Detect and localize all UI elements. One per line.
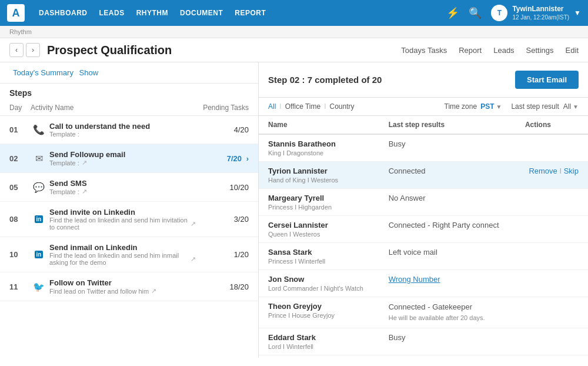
lead-actions-cell <box>516 243 588 270</box>
lead-actions-cell <box>516 216 588 243</box>
step-details: Send inmail on Linkedin Find the lead on… <box>47 243 196 266</box>
filter-right: Time zone PST ▼ Last step result All ▼ <box>445 102 579 111</box>
lead-name-cell: Eddard Stark Lord I Winterfell <box>259 328 379 355</box>
lead-actions-cell: Remove I Skip <box>516 162 588 189</box>
avatar: T <box>491 5 507 21</box>
table-row[interactable]: Theon Greyjoy Prince I House Greyjoy Con… <box>259 297 588 328</box>
lead-last-step-cell: Busy <box>379 134 516 162</box>
filter-bar: All I Office Time I Country Time zone PS… <box>259 98 588 116</box>
subnav-report[interactable]: Report <box>459 46 482 55</box>
prev-arrow-button[interactable]: ‹ <box>9 43 24 57</box>
nav-right: ⚡ 🔍 T TywinLannister 12 Jan, 12:20am(IST… <box>446 5 581 22</box>
last-step-value[interactable]: Wrong Number <box>389 275 440 284</box>
step-title: Step 02 : 7 completed of 20 <box>268 75 515 85</box>
search-icon[interactable]: 🔍 <box>469 6 482 19</box>
lead-name-cell: Stannis Baratheon King I Dragonstone <box>259 134 379 162</box>
step-day: 02 <box>9 154 31 163</box>
table-row[interactable]: Margeary Tyrell Princess I Highgarden No… <box>259 189 588 216</box>
action-link[interactable]: Remove <box>529 167 557 175</box>
table-row[interactable]: Cersei Lannister Queen I Westeros Connec… <box>259 216 588 243</box>
main-area: Today's Summary Show Steps Day Activity … <box>0 62 588 358</box>
step-template: Find the lead on linkedin and send him i… <box>49 217 196 231</box>
lightning-icon[interactable]: ⚡ <box>446 6 459 19</box>
lead-last-step-cell: Connected <box>379 162 516 189</box>
lead-name-cell: Margeary Tyrell Princess I Highgarden <box>259 189 379 216</box>
lead-name-cell: Tyrion Lannister Hand of King I Westeros <box>259 162 379 189</box>
lead-subtitle: Lord I Winterfell <box>268 343 370 350</box>
subnav-edit[interactable]: Edit <box>566 46 579 55</box>
timezone-filter[interactable]: Time zone PST ▼ <box>445 102 502 111</box>
summary-bar: Today's Summary Show <box>0 62 258 84</box>
step-type-icon: 🐦 <box>31 281 47 292</box>
step-type-icon: ✉ <box>31 153 47 164</box>
lead-subtitle: King I Dragonstone <box>268 149 370 157</box>
summary-toggle[interactable]: Show <box>79 68 99 77</box>
last-step-label: Last step result <box>511 102 559 111</box>
user-menu[interactable]: T TywinLannister 12 Jan, 12:20am(IST) ▼ <box>491 5 581 22</box>
app-logo[interactable]: A <box>7 4 25 22</box>
next-arrow-button[interactable]: › <box>26 43 40 57</box>
steps-table-header: Day Activity Name Pending Tasks <box>0 100 258 116</box>
table-row[interactable]: Eddard Stark Lord I Winterfell Busy <box>259 328 588 355</box>
step-row[interactable]: 02 ✉ Send Followup email Template : ↗ 7/… <box>0 144 258 173</box>
last-step-value: Left voice mail <box>389 248 437 257</box>
last-step-value: No Answer <box>389 194 426 202</box>
filter-all[interactable]: All <box>268 102 276 111</box>
lead-actions-cell <box>516 270 588 297</box>
right-panel: Step 02 : 7 completed of 20 Start Email … <box>259 62 588 358</box>
last-step-filter[interactable]: Last step result All ▼ <box>511 102 579 111</box>
external-link-icon[interactable]: ↗ <box>191 255 196 263</box>
step-name: Send invite on Linkedin <box>49 208 196 217</box>
step-row[interactable]: 05 💬 Send SMS Template : ↗ 10/20 <box>0 173 258 202</box>
col-day-header: Day <box>9 104 31 112</box>
last-step-value: Connected - GatekeeperHe will be availab… <box>389 302 485 322</box>
subnav-today-tasks[interactable]: Todays Tasks <box>401 46 447 55</box>
step-details: Call to understand the need Template : <box>47 122 196 138</box>
nav-report[interactable]: REPORT <box>235 6 266 19</box>
nav-document[interactable]: DOCUMENT <box>180 6 223 19</box>
action-link[interactable]: Skip <box>564 167 579 175</box>
step-count: 7/20 › <box>196 154 249 163</box>
lead-subtitle: Hand of King I Westeros <box>268 177 370 184</box>
th-actions: Actions <box>516 116 588 134</box>
user-date: 12 Jan, 12:20am(IST) <box>512 14 569 21</box>
subnav-leads[interactable]: Leads <box>493 46 514 55</box>
step-count: 1/20 <box>196 250 249 259</box>
nav-dashboard[interactable]: DASHBOARD <box>39 6 88 19</box>
step-day: 10 <box>9 250 31 259</box>
start-email-button[interactable]: Start Email <box>515 71 579 89</box>
external-link-icon[interactable]: ↗ <box>191 220 196 228</box>
step-template: Find the lead on linkedin and send him i… <box>49 252 196 266</box>
lead-name-cell: Theon Greyjoy Prince I House Greyjoy <box>259 297 379 328</box>
step-row[interactable]: 11 🐦 Follow on Twitter Find lead on Twit… <box>0 272 258 301</box>
leads-table: Name Last step results Actions Stannis B… <box>259 116 588 355</box>
step-count: 3/20 <box>196 215 249 224</box>
user-chevron-icon: ▼ <box>574 9 581 17</box>
step-type-icon: in <box>31 215 47 223</box>
external-link-icon[interactable]: ↗ <box>82 188 87 195</box>
table-row[interactable]: Stannis Baratheon King I Dragonstone Bus… <box>259 134 588 162</box>
lead-name: Jon Snow <box>268 275 370 284</box>
table-row[interactable]: Sansa Stark Princess I Winterfell Left v… <box>259 243 588 270</box>
lead-subtitle: Princess I Winterfell <box>268 258 370 265</box>
step-row[interactable]: 01 📞 Call to understand the need Templat… <box>0 116 258 144</box>
step-type-icon: 📞 <box>31 124 47 135</box>
filter-country[interactable]: Country <box>330 102 355 111</box>
step-row[interactable]: 08 in Send invite on Linkedin Find the l… <box>0 202 258 237</box>
step-row[interactable]: 10 in Send inmail on Linkedin Find the l… <box>0 237 258 272</box>
table-row[interactable]: Tyrion Lannister Hand of King I Westeros… <box>259 162 588 189</box>
external-link-icon[interactable]: ↗ <box>82 159 87 166</box>
step-type-icon: in <box>31 251 47 258</box>
table-row[interactable]: Jon Snow Lord Commander I Night's Watch … <box>259 270 588 297</box>
step-count: 18/20 <box>196 282 249 291</box>
timezone-label: Time zone <box>445 102 477 111</box>
last-step-chevron-icon: ▼ <box>573 104 579 110</box>
nav-rhythm[interactable]: RHYTHM <box>136 6 168 19</box>
step-count: 4/20 <box>196 125 249 134</box>
timezone-value: PST <box>480 102 494 111</box>
filter-office-time[interactable]: Office Time <box>285 102 320 111</box>
subnav-settings[interactable]: Settings <box>526 46 554 55</box>
external-link-icon[interactable]: ↗ <box>151 287 156 295</box>
right-header: Step 02 : 7 completed of 20 Start Email <box>259 62 588 98</box>
nav-leads[interactable]: LEADS <box>99 6 125 19</box>
